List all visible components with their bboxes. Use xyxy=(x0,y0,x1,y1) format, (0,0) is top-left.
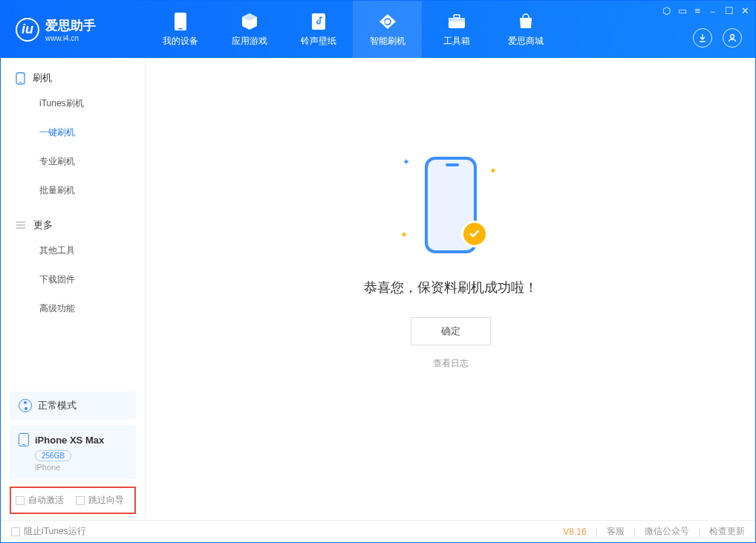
flash-options-row: 自动激活 跳过向导 xyxy=(10,487,136,514)
nav-smart-flash[interactable]: 智能刷机 xyxy=(353,1,422,58)
nav-label: 我的设备 xyxy=(163,35,198,48)
user-icon[interactable] xyxy=(723,28,742,48)
phone-icon xyxy=(19,433,29,446)
maximize-button[interactable]: ☐ xyxy=(725,5,734,19)
svg-rect-0 xyxy=(175,13,186,30)
music-icon xyxy=(309,12,328,31)
nav-label: 爱思商城 xyxy=(508,35,544,48)
check-update-link[interactable]: 检查更新 xyxy=(709,525,745,538)
logo-icon: iu xyxy=(16,18,39,42)
list-icon xyxy=(16,221,26,230)
nav-ringtones-wallpapers[interactable]: 铃声壁纸 xyxy=(284,1,353,58)
checkbox-label: 自动激活 xyxy=(28,494,64,507)
success-illustration: ✦ ✦ ✦ xyxy=(384,149,518,261)
section-header-more: 更多 xyxy=(1,218,145,232)
body-area: 刷机 iTunes刷机 一键刷机 专业刷机 批量刷机 更多 其他工具 下载固件 … xyxy=(1,58,755,520)
close-button[interactable]: ✕ xyxy=(741,5,749,19)
sparkle-icon: ✦ xyxy=(400,230,408,240)
ok-button[interactable]: 确定 xyxy=(411,317,491,345)
header-action-icons xyxy=(693,28,742,48)
sparkle-icon: ✦ xyxy=(403,157,410,167)
section-title: 更多 xyxy=(33,218,53,232)
version-label: V8.16 xyxy=(563,527,586,537)
success-message: 恭喜您，保资料刷机成功啦！ xyxy=(364,279,538,296)
sidebar-item-pro-flash[interactable]: 专业刷机 xyxy=(1,147,145,176)
checkbox-skip-guide[interactable]: 跳过向导 xyxy=(76,494,124,507)
bag-icon xyxy=(516,12,535,31)
checkbox-label: 阻止iTunes运行 xyxy=(24,525,86,538)
cube-icon xyxy=(240,12,259,31)
device-icon xyxy=(171,12,190,31)
status-bar: 阻止iTunes运行 V8.16 | 客服 | 微信公众号 | 检查更新 xyxy=(1,520,755,542)
nav-label: 智能刷机 xyxy=(370,35,405,48)
checkmark-badge-icon xyxy=(461,221,488,247)
separator: | xyxy=(633,527,636,537)
app-url: www.i4.cn xyxy=(45,34,96,42)
wechat-link[interactable]: 微信公众号 xyxy=(645,525,689,538)
download-icon[interactable] xyxy=(693,28,712,48)
refresh-icon xyxy=(378,12,397,31)
nav-my-device[interactable]: 我的设备 xyxy=(146,1,215,58)
toolbox-icon xyxy=(447,12,466,31)
nav-label: 铃声壁纸 xyxy=(301,35,336,48)
section-title: 刷机 xyxy=(33,71,52,85)
svg-rect-1 xyxy=(178,28,183,30)
window-controls: ⬡ ▭ ≡ － ☐ ✕ xyxy=(662,5,749,19)
device-name: iPhone XS Max xyxy=(35,435,104,446)
view-log-link[interactable]: 查看日志 xyxy=(433,357,469,370)
checkbox-auto-activate[interactable]: 自动激活 xyxy=(16,494,64,507)
svg-rect-5 xyxy=(454,15,460,18)
device-type: iPhone xyxy=(35,463,127,472)
phone-outline-icon xyxy=(16,72,25,85)
footer-left: 阻止iTunes运行 xyxy=(11,525,86,538)
sidebar-item-other-tools[interactable]: 其他工具 xyxy=(1,236,145,265)
sidebar-item-download-firmware[interactable]: 下载固件 xyxy=(1,265,145,294)
section-header-flash: 刷机 xyxy=(1,71,145,85)
checkbox-block-itunes[interactable]: 阻止iTunes运行 xyxy=(11,525,86,538)
sidebar-item-itunes-flash[interactable]: iTunes刷机 xyxy=(1,89,145,118)
checkbox-label: 跳过向导 xyxy=(88,494,124,507)
nav-label: 工具箱 xyxy=(443,35,470,48)
app-name: 爱思助手 xyxy=(45,17,96,34)
sidebar-item-batch-flash[interactable]: 批量刷机 xyxy=(1,176,145,205)
device-card[interactable]: iPhone XS Max 256GB iPhone xyxy=(10,426,136,479)
separator: | xyxy=(698,527,700,537)
footer-right: V8.16 | 客服 | 微信公众号 | 检查更新 xyxy=(563,525,745,538)
sidebar-section-more: 更多 其他工具 下载固件 高级功能 xyxy=(1,205,145,323)
sidebar: 刷机 iTunes刷机 一键刷机 专业刷机 批量刷机 更多 其他工具 下载固件 … xyxy=(1,58,146,520)
menu-icon[interactable]: ≡ xyxy=(694,5,700,19)
checkbox-icon xyxy=(76,496,85,505)
sidebar-item-one-click-flash[interactable]: 一键刷机 xyxy=(1,118,145,147)
svg-point-6 xyxy=(731,35,734,39)
settings-icon[interactable]: ▭ xyxy=(678,5,687,19)
sidebar-item-advanced[interactable]: 高级功能 xyxy=(1,294,145,323)
device-name-row: iPhone XS Max xyxy=(19,433,127,446)
nav-label: 应用游戏 xyxy=(232,35,267,48)
mode-label: 正常模式 xyxy=(38,399,76,412)
logo-area: iu 爱思助手 www.i4.cn xyxy=(1,17,146,42)
mode-icon xyxy=(19,399,32,412)
main-nav: 我的设备 应用游戏 铃声壁纸 智能刷机 工具箱 xyxy=(146,1,560,58)
shirt-icon[interactable]: ⬡ xyxy=(662,5,671,19)
mode-card[interactable]: 正常模式 xyxy=(10,391,136,420)
svg-rect-8 xyxy=(19,82,22,82)
svg-rect-2 xyxy=(312,13,325,30)
nav-toolbox[interactable]: 工具箱 xyxy=(422,1,491,58)
main-content: ✦ ✦ ✦ 恭喜您，保资料刷机成功啦！ 确定 查看日志 xyxy=(146,58,755,520)
sidebar-bottom: 正常模式 iPhone XS Max 256GB iPhone 自动激活 跳过向… xyxy=(1,386,145,520)
sparkle-icon: ✦ xyxy=(489,166,497,176)
app-header: iu 爱思助手 www.i4.cn 我的设备 应用游戏 铃声壁纸 xyxy=(1,1,755,58)
logo-text: 爱思助手 www.i4.cn xyxy=(45,17,96,42)
separator: | xyxy=(596,527,598,537)
nav-apps-games[interactable]: 应用游戏 xyxy=(215,1,284,58)
checkbox-icon xyxy=(11,527,20,536)
checkbox-icon xyxy=(16,496,25,505)
storage-badge: 256GB xyxy=(35,450,71,461)
nav-store[interactable]: 爱思商城 xyxy=(491,1,560,58)
support-link[interactable]: 客服 xyxy=(607,525,625,538)
minimize-button[interactable]: － xyxy=(708,5,717,19)
sidebar-section-flash: 刷机 iTunes刷机 一键刷机 专业刷机 批量刷机 xyxy=(1,58,145,205)
